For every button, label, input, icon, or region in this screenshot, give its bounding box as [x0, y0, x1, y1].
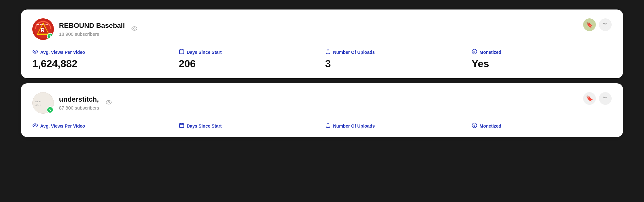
channel-info-understitch: understitch, 87,800 subscribers	[59, 95, 99, 110]
channel-logo-understitch: under stitch $	[32, 92, 54, 114]
svg-text:stitch: stitch	[35, 104, 41, 107]
monetized-badge-rebound: $	[47, 33, 54, 40]
channel-card-understitch: under stitch $ understitch, 87,800 subsc…	[21, 83, 623, 137]
svg-point-8	[33, 50, 38, 54]
calendar-icon-2	[179, 123, 184, 129]
channel-info-rebound: REBOUND Baseball 18,900 subscribers	[59, 22, 125, 36]
expand-button-understitch[interactable]: ︾	[599, 92, 612, 105]
eye-stat-icon-2	[32, 123, 38, 129]
stat-uploads-label: Number Of Uploads	[325, 49, 465, 56]
channel-subscribers-rebound: 18,900 subscribers	[59, 31, 125, 37]
stat-avg-views-value: 1,624,882	[32, 58, 172, 69]
stat-avg-views-understitch: Avg. Views Per Video	[32, 123, 172, 129]
upload-icon-2	[325, 123, 331, 129]
stats-row-understitch: Avg. Views Per Video Days Since Start	[32, 123, 612, 129]
channel-name-understitch: understitch,	[59, 95, 99, 104]
upload-icon	[325, 49, 331, 56]
stat-days-since-start: Days Since Start 206	[179, 49, 319, 69]
channel-subscribers-understitch: 87,800 subscribers	[59, 105, 99, 110]
stat-avg-views: Avg. Views Per Video 1,624,882	[32, 49, 172, 69]
stat-avg-views-label-understitch: Avg. Views Per Video	[32, 123, 172, 129]
card-header: R REBOUND $ REBOUND Baseball 18,900 subs…	[32, 18, 612, 40]
stat-days-understitch: Days Since Start	[179, 123, 319, 129]
channel-card-rebound: R REBOUND $ REBOUND Baseball 18,900 subs…	[21, 9, 623, 78]
card-actions-rebound: 🔖 ︾	[583, 18, 612, 31]
svg-rect-10	[179, 50, 184, 54]
stat-uploads-understitch: Number Of Uploads	[325, 123, 465, 129]
svg-point-20	[108, 101, 109, 103]
calendar-icon	[179, 49, 184, 56]
svg-point-9	[35, 51, 36, 53]
svg-rect-23	[179, 123, 184, 128]
channel-logo-rebound: R REBOUND $	[32, 18, 54, 40]
svg-point-19	[106, 100, 111, 104]
svg-text:$: $	[473, 124, 475, 127]
svg-point-7	[133, 28, 135, 29]
card-actions-understitch: 🔖 ︾	[583, 92, 612, 105]
stat-monetized-label: $ Monetized	[472, 49, 612, 56]
visibility-toggle-rebound[interactable]	[131, 25, 138, 33]
stat-days-label: Days Since Start	[179, 49, 319, 56]
monetized-icon-2: $	[472, 123, 477, 129]
stat-monetized-understitch: $ Monetized	[472, 123, 612, 129]
bookmark-button-understitch[interactable]: 🔖	[583, 92, 596, 105]
channel-name-rebound: REBOUND Baseball	[59, 22, 125, 30]
visibility-toggle-understitch[interactable]	[106, 99, 112, 107]
eye-stat-icon	[32, 49, 38, 56]
svg-text:R: R	[41, 27, 45, 34]
card-header-understitch: under stitch $ understitch, 87,800 subsc…	[32, 92, 612, 114]
svg-point-6	[132, 27, 137, 30]
svg-point-22	[35, 125, 36, 126]
stat-num-uploads: Number Of Uploads 3	[325, 49, 465, 69]
stats-row-rebound: Avg. Views Per Video 1,624,882 Days Sinc…	[32, 49, 612, 69]
svg-text:under: under	[35, 100, 42, 103]
svg-point-21	[33, 124, 38, 127]
svg-text:REBOUND: REBOUND	[36, 23, 48, 26]
stat-monetized: $ Monetized Yes	[472, 49, 612, 69]
svg-text:$: $	[473, 50, 475, 54]
stat-uploads-value: 3	[325, 58, 465, 69]
stat-monetized-value: Yes	[472, 58, 612, 69]
stat-uploads-label-understitch: Number Of Uploads	[325, 123, 465, 129]
stat-days-label-understitch: Days Since Start	[179, 123, 319, 129]
bookmark-button-rebound[interactable]: 🔖	[583, 18, 596, 31]
expand-button-rebound[interactable]: ︾	[599, 18, 612, 31]
monetized-icon: $	[472, 49, 477, 56]
stat-days-value: 206	[179, 58, 319, 69]
stat-monetized-label-understitch: $ Monetized	[472, 123, 612, 129]
stat-avg-views-label: Avg. Views Per Video	[32, 49, 172, 56]
